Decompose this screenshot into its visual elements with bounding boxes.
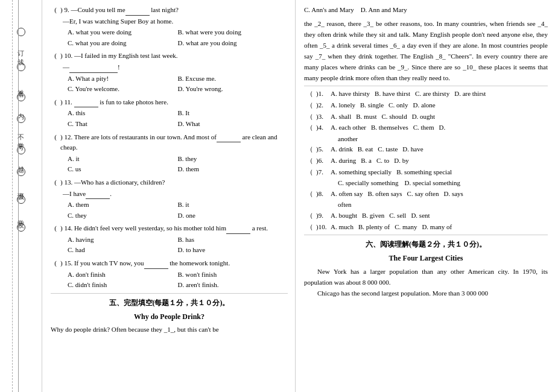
rq6-optB: B. a	[361, 156, 372, 166]
right-column: C. Ann's and Mary D. Ann and Mary the _2…	[296, 0, 555, 392]
rq5-optD: D. have	[402, 144, 423, 155]
rq10: （ )10. A. much B. plenty of C. many D. m…	[304, 222, 548, 233]
rq8-often: often	[304, 200, 548, 210]
rq10-optB: B. plenty of	[358, 222, 390, 233]
section5-subtitle: Why do People Drink?	[51, 311, 288, 323]
rq7-optC: C. specially something	[338, 178, 399, 189]
q11-optA: A. this	[68, 108, 178, 119]
reading-para1: New York has a larger population than an…	[304, 266, 548, 288]
rq9-optA: A. bought	[331, 210, 357, 221]
rq1-optD: D. are thirst	[454, 89, 486, 100]
margin-label-xuehao: 学号	[16, 138, 27, 140]
section5-title: 五、完型填空(每题１分，共１０分)。	[51, 297, 288, 309]
main-content: ( ) 9. —Could you tell me last night? —E…	[42, 0, 555, 392]
q9-text: ) 9. —Could you tell me last night?	[60, 5, 288, 16]
rq4-another: another	[304, 134, 548, 145]
q13-sub: —I have.	[63, 189, 288, 200]
rq8-optA: A. often say	[331, 189, 363, 200]
q13-optD: D. one	[178, 210, 288, 221]
margin-label-ziding: 订	[16, 45, 27, 46]
q11-optB: B. It	[178, 108, 288, 119]
question-11: ( ) 11. is fun to take photos here. A. t…	[51, 97, 288, 130]
q13-optB: B. it	[178, 200, 288, 210]
q11-optC: C. That	[68, 119, 178, 130]
rq7-optB: B. something special	[396, 167, 452, 178]
q14-optB: B. has	[178, 235, 288, 245]
q10-optA: A. What a pity!	[68, 74, 178, 84]
right-header: C. Ann's and Mary D. Ann and Mary	[304, 5, 548, 16]
q10-paren: (	[51, 51, 60, 62]
rq9-optD: D. sent	[411, 210, 430, 221]
blank-questions: （ )1. A. have thirsty B. have thirst C. …	[304, 89, 548, 232]
rq8-optC: C. say often	[407, 189, 439, 200]
rq10-optA: A. much	[331, 222, 354, 233]
rq2-optC: C. only	[388, 100, 408, 111]
rq3-optD: D. ought	[412, 112, 436, 122]
margin-label-yuejie: 越	[16, 160, 27, 162]
q14-optA: A. having	[68, 235, 178, 245]
exam-page: 订 线 姓名 内 不 学号 越 班级 学校	[0, 0, 555, 392]
q12-paren: (	[51, 132, 60, 143]
rq6: （ )6. A. during B. a C. to D. by	[304, 156, 548, 166]
q10-optB: B. Excuse me.	[178, 74, 288, 84]
q10-options: A. What a pity! B. Excuse me. C. You're …	[51, 74, 288, 95]
rq6-optD: D. by	[394, 156, 408, 166]
reading-para2: Chicago has the second largest populatio…	[304, 288, 548, 299]
rq4-optC: C. them	[413, 122, 434, 133]
rq7-optD: D. special something	[405, 178, 461, 189]
q9-optD: D. what are you doing	[178, 38, 288, 49]
q14-optD: D. to have	[178, 245, 288, 256]
margin-label-xuexiao: 学校	[16, 215, 27, 217]
q9-optA: A. what you were doing	[68, 27, 178, 38]
q15-optD: D. aren't finish.	[178, 280, 288, 291]
q15-options: A. don't finish B. won't finish C. didn'…	[51, 270, 288, 291]
question-14: ( ) 14. He didn't feel very well yesterd…	[51, 223, 288, 256]
margin-label-bujie: 不	[16, 129, 27, 130]
q10-optD: D. You're wrong.	[178, 84, 288, 95]
q9-options: A. what you were doing B. what were you …	[51, 27, 288, 48]
section6-title: 六、阅读理解(每题２分，共１０分)。	[304, 239, 548, 250]
q11-paren: (	[51, 97, 60, 108]
question-13: ( ) 13. —Who has a dictionary, children?…	[51, 177, 288, 221]
margin-label-neirong: 内	[16, 107, 27, 109]
q15-optB: B. won't finish	[178, 270, 288, 280]
q13-text: ) 13. —Who has a dictionary, children?	[60, 177, 288, 188]
margin-label-xian: 线	[16, 53, 27, 54]
q14-paren: (	[51, 223, 60, 234]
question-15: ( ) 15. If you watch TV now, you the hom…	[51, 258, 288, 291]
q15-optA: A. don't finish	[68, 270, 178, 280]
q12-text: ) 12. There are lots of restaurants in o…	[60, 132, 288, 153]
rq9: （ )9. A. bought B. given C. sell D. sent	[304, 210, 548, 221]
rq10-optC: C. many	[395, 222, 417, 233]
q13-optC: C. they	[68, 210, 178, 221]
rq1-optC: C. are thirsty	[415, 89, 449, 100]
left-column: ( ) 9. —Could you tell me last night? —E…	[42, 0, 296, 392]
rq7-row2: C. specially something D. special someth…	[304, 178, 548, 189]
rq9-optB: B. given	[362, 210, 384, 221]
q10-sub: —!	[63, 62, 288, 73]
q12-optB: B. they	[178, 154, 288, 165]
q10-text: ) 10. —I failed in my English test last …	[60, 51, 288, 62]
left-margin: 订 线 姓名 内 不 学号 越 班级 学校	[0, 0, 42, 392]
q13-options: A. them B. it C. they D. one	[51, 200, 288, 221]
question-10: ( ) 10. —I failed in my English test las…	[51, 51, 288, 94]
rq8: （ )8. A. often say B. often says C. say …	[304, 189, 548, 200]
section5-passage: Why do people drink? Often because they …	[51, 324, 288, 335]
section-divider	[51, 293, 288, 294]
rq7-optA: A. something specially	[331, 167, 392, 178]
q13-paren: (	[51, 177, 60, 188]
rq4: （ )4. A. each other B. themselves C. the…	[304, 122, 548, 133]
passage-continuation: the _2_ reason, there _3_ be other reaso…	[304, 18, 548, 84]
rq2: （ )2. A. lonely B. single C. only D. alo…	[304, 100, 548, 111]
q15-optC: C. didn't finish	[68, 280, 178, 291]
rq4-optD: D.	[439, 122, 446, 133]
rq9-optC: C. sell	[389, 210, 406, 221]
q15-paren: (	[51, 258, 60, 269]
rq4-optB: B. themselves	[371, 122, 408, 133]
q11-optD: D. What	[178, 119, 288, 130]
section6-divider	[304, 235, 548, 235]
q14-optC: C. had	[68, 245, 178, 256]
rq3: （ )3. A. shall B. must C. should D. ough…	[304, 112, 548, 122]
rq8-optD: D. says	[443, 189, 463, 200]
rq1: （ )1. A. have thirsty B. have thirst C. …	[304, 89, 548, 100]
